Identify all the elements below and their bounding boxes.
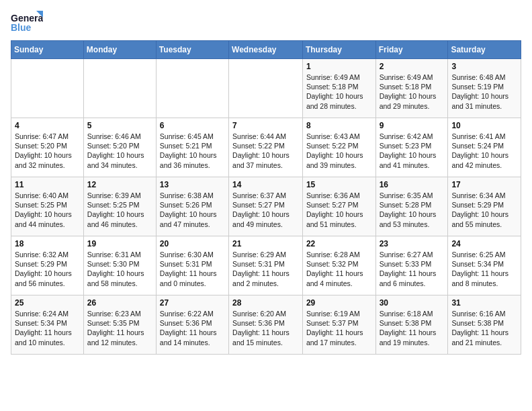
day-number: 20 — [160, 239, 225, 248]
calendar-cell: 15Sunrise: 6:36 AMSunset: 5:27 PMDayligh… — [302, 177, 375, 236]
calendar-cell: 30Sunrise: 6:18 AMSunset: 5:38 PMDayligh… — [375, 295, 448, 355]
calendar-cell: 3Sunrise: 6:48 AMSunset: 5:19 PMDaylight… — [448, 59, 521, 118]
day-header-thursday: Thursday — [302, 41, 375, 59]
day-info: Sunrise: 6:49 AMSunset: 5:18 PMDaylight:… — [380, 73, 445, 111]
day-info: Sunrise: 6:16 AMSunset: 5:38 PMDaylight:… — [451, 309, 517, 347]
day-number: 4 — [15, 121, 80, 130]
calendar-cell: 5Sunrise: 6:46 AMSunset: 5:20 PMDaylight… — [83, 118, 156, 177]
calendar-cell: 8Sunrise: 6:43 AMSunset: 5:22 PMDaylight… — [302, 118, 375, 177]
calendar-cell: 9Sunrise: 6:42 AMSunset: 5:23 PMDaylight… — [375, 118, 448, 177]
calendar-cell: 23Sunrise: 6:27 AMSunset: 5:33 PMDayligh… — [375, 236, 448, 295]
day-info: Sunrise: 6:45 AMSunset: 5:21 PMDaylight:… — [160, 132, 225, 170]
calendar-cell — [156, 59, 228, 118]
day-number: 23 — [380, 239, 445, 248]
day-number: 9 — [380, 121, 445, 130]
day-info: Sunrise: 6:44 AMSunset: 5:22 PMDaylight:… — [232, 132, 299, 170]
day-number: 15 — [306, 180, 372, 189]
calendar-cell: 17Sunrise: 6:34 AMSunset: 5:29 PMDayligh… — [448, 177, 521, 236]
week-row-2: 11Sunrise: 6:40 AMSunset: 5:25 PMDayligh… — [11, 177, 521, 236]
day-number: 25 — [15, 298, 80, 308]
day-number: 8 — [306, 121, 372, 130]
week-row-0: 1Sunrise: 6:49 AMSunset: 5:18 PMDaylight… — [11, 59, 521, 118]
day-number: 10 — [451, 121, 517, 130]
day-info: Sunrise: 6:24 AMSunset: 5:34 PMDaylight:… — [15, 309, 80, 347]
calendar-cell: 28Sunrise: 6:20 AMSunset: 5:36 PMDayligh… — [229, 295, 303, 355]
day-number: 19 — [87, 239, 152, 248]
day-info: Sunrise: 6:39 AMSunset: 5:25 PMDaylight:… — [87, 191, 152, 229]
page-header: General Blue — [11, 11, 521, 35]
calendar-cell: 22Sunrise: 6:28 AMSunset: 5:32 PMDayligh… — [302, 236, 375, 295]
calendar-cell: 4Sunrise: 6:47 AMSunset: 5:20 PMDaylight… — [11, 118, 84, 177]
day-number: 22 — [306, 239, 372, 248]
calendar-cell: 14Sunrise: 6:37 AMSunset: 5:27 PMDayligh… — [229, 177, 303, 236]
svg-text:Blue: Blue — [11, 22, 32, 33]
day-info: Sunrise: 6:46 AMSunset: 5:20 PMDaylight:… — [87, 132, 152, 170]
day-info: Sunrise: 6:37 AMSunset: 5:27 PMDaylight:… — [232, 191, 299, 229]
day-info: Sunrise: 6:34 AMSunset: 5:29 PMDaylight:… — [451, 191, 517, 229]
day-info: Sunrise: 6:19 AMSunset: 5:37 PMDaylight:… — [306, 309, 372, 347]
calendar-cell: 19Sunrise: 6:31 AMSunset: 5:30 PMDayligh… — [83, 236, 156, 295]
calendar-cell: 7Sunrise: 6:44 AMSunset: 5:22 PMDaylight… — [229, 118, 303, 177]
day-info: Sunrise: 6:42 AMSunset: 5:23 PMDaylight:… — [380, 132, 445, 170]
calendar-cell: 13Sunrise: 6:38 AMSunset: 5:26 PMDayligh… — [156, 177, 228, 236]
day-info: Sunrise: 6:31 AMSunset: 5:30 PMDaylight:… — [87, 250, 152, 288]
day-number: 7 — [232, 121, 299, 130]
day-info: Sunrise: 6:30 AMSunset: 5:31 PMDaylight:… — [160, 250, 225, 288]
day-info: Sunrise: 6:40 AMSunset: 5:25 PMDaylight:… — [15, 191, 80, 229]
calendar-cell: 21Sunrise: 6:29 AMSunset: 5:31 PMDayligh… — [229, 236, 303, 295]
day-info: Sunrise: 6:28 AMSunset: 5:32 PMDaylight:… — [306, 250, 372, 288]
day-info: Sunrise: 6:36 AMSunset: 5:27 PMDaylight:… — [306, 191, 372, 229]
calendar-cell: 26Sunrise: 6:23 AMSunset: 5:35 PMDayligh… — [83, 295, 156, 355]
day-number: 18 — [15, 239, 80, 248]
day-info: Sunrise: 6:18 AMSunset: 5:38 PMDaylight:… — [380, 309, 445, 347]
day-headers-row: SundayMondayTuesdayWednesdayThursdayFrid… — [11, 41, 521, 59]
day-number: 6 — [160, 121, 225, 130]
day-info: Sunrise: 6:27 AMSunset: 5:33 PMDaylight:… — [380, 250, 445, 288]
calendar-cell: 16Sunrise: 6:35 AMSunset: 5:28 PMDayligh… — [375, 177, 448, 236]
calendar-header: SundayMondayTuesdayWednesdayThursdayFrid… — [11, 41, 521, 59]
day-info: Sunrise: 6:48 AMSunset: 5:19 PMDaylight:… — [451, 73, 517, 111]
day-number: 28 — [232, 298, 299, 308]
calendar-cell: 24Sunrise: 6:25 AMSunset: 5:34 PMDayligh… — [448, 236, 521, 295]
day-header-monday: Monday — [83, 41, 156, 59]
week-row-4: 25Sunrise: 6:24 AMSunset: 5:34 PMDayligh… — [11, 295, 521, 355]
logo-svg: General Blue — [11, 11, 43, 35]
day-number: 17 — [451, 180, 517, 189]
calendar-cell: 11Sunrise: 6:40 AMSunset: 5:25 PMDayligh… — [11, 177, 84, 236]
day-header-tuesday: Tuesday — [156, 41, 228, 59]
day-info: Sunrise: 6:43 AMSunset: 5:22 PMDaylight:… — [306, 132, 372, 170]
calendar-cell: 18Sunrise: 6:32 AMSunset: 5:29 PMDayligh… — [11, 236, 84, 295]
day-number: 3 — [451, 62, 517, 71]
day-number: 30 — [380, 298, 445, 308]
day-number: 31 — [451, 298, 517, 308]
calendar: SundayMondayTuesdayWednesdayThursdayFrid… — [11, 40, 521, 355]
day-number: 29 — [306, 298, 372, 308]
day-info: Sunrise: 6:25 AMSunset: 5:34 PMDaylight:… — [451, 250, 517, 288]
day-header-friday: Friday — [375, 41, 448, 59]
day-number: 16 — [380, 180, 445, 189]
day-number: 21 — [232, 239, 299, 248]
calendar-cell: 12Sunrise: 6:39 AMSunset: 5:25 PMDayligh… — [83, 177, 156, 236]
day-info: Sunrise: 6:41 AMSunset: 5:24 PMDaylight:… — [451, 132, 517, 170]
calendar-cell: 10Sunrise: 6:41 AMSunset: 5:24 PMDayligh… — [448, 118, 521, 177]
logo: General Blue — [11, 11, 43, 35]
calendar-cell — [11, 59, 84, 118]
day-info: Sunrise: 6:47 AMSunset: 5:20 PMDaylight:… — [15, 132, 80, 170]
day-number: 12 — [87, 180, 152, 189]
calendar-body: 1Sunrise: 6:49 AMSunset: 5:18 PMDaylight… — [11, 59, 521, 355]
day-number: 13 — [160, 180, 225, 189]
day-number: 1 — [306, 62, 372, 71]
calendar-cell: 2Sunrise: 6:49 AMSunset: 5:18 PMDaylight… — [375, 59, 448, 118]
day-number: 27 — [160, 298, 225, 308]
day-header-sunday: Sunday — [11, 41, 84, 59]
week-row-1: 4Sunrise: 6:47 AMSunset: 5:20 PMDaylight… — [11, 118, 521, 177]
day-number: 14 — [232, 180, 299, 189]
week-row-3: 18Sunrise: 6:32 AMSunset: 5:29 PMDayligh… — [11, 236, 521, 295]
day-number: 11 — [15, 180, 80, 189]
calendar-cell: 20Sunrise: 6:30 AMSunset: 5:31 PMDayligh… — [156, 236, 228, 295]
day-info: Sunrise: 6:22 AMSunset: 5:36 PMDaylight:… — [160, 309, 225, 347]
calendar-cell — [83, 59, 156, 118]
calendar-cell: 29Sunrise: 6:19 AMSunset: 5:37 PMDayligh… — [302, 295, 375, 355]
calendar-cell: 6Sunrise: 6:45 AMSunset: 5:21 PMDaylight… — [156, 118, 228, 177]
day-header-saturday: Saturday — [448, 41, 521, 59]
